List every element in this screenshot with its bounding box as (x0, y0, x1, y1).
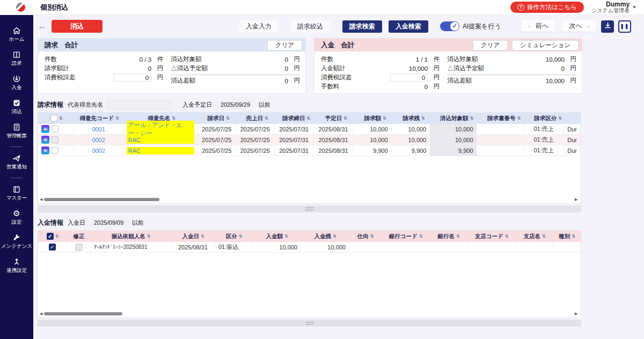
sort-icon[interactable]: ⇅ (55, 234, 59, 239)
sidebar-item-master[interactable]: マスター (0, 181, 33, 205)
col-balance[interactable]: 請求残 (402, 115, 420, 122)
back-arrow-icon[interactable]: ← (38, 21, 52, 32)
download-button[interactable] (601, 20, 614, 33)
help-button[interactable]: ? 操作方法はこちら (510, 2, 584, 13)
scroll-right-icon[interactable]: ▶ (575, 312, 579, 316)
col-target-amount[interactable]: 消込対象額 (440, 115, 469, 122)
deposit-date-value[interactable]: 2025/09/09 (90, 218, 128, 227)
col-type[interactable]: 種別 (559, 233, 570, 240)
target-amount[interactable]: 10,000 (430, 135, 477, 145)
deposit-input-button[interactable]: 入金入力 (239, 20, 278, 32)
row-checkbox[interactable] (52, 136, 58, 143)
sidebar-item-invoice[interactable]: 請求 (0, 47, 33, 71)
ai-suggestion-toggle[interactable]: ✓ (440, 21, 459, 31)
sidebar-item-reconcile[interactable]: 消込 (0, 95, 33, 119)
col-category[interactable]: 請求区分 (534, 115, 557, 122)
invoice-filter-button[interactable]: 請求絞込 (291, 20, 330, 32)
scroll-right-icon[interactable]: ▶ (575, 197, 579, 202)
sort-icon[interactable]: ⇅ (456, 234, 460, 239)
col-branch-code[interactable]: 支店コード (475, 233, 503, 240)
col-destination[interactable]: 仕向 (357, 233, 369, 240)
col-bank-code[interactable]: 銀行コード (389, 233, 418, 240)
prev-button[interactable]: ‹ 前へ (522, 20, 555, 32)
sort-icon[interactable]: ⇅ (284, 234, 288, 239)
col-invoice-no[interactable]: 請求書番号 (487, 115, 516, 122)
reconcile-button[interactable]: 消込 (52, 20, 103, 33)
col-payer-name[interactable]: 振込依頼人名 (112, 233, 145, 240)
invoice-splitter-handle[interactable] (38, 205, 581, 212)
sort-icon[interactable]: ⇅ (147, 234, 151, 239)
sidebar-item-integration[interactable]: 連携設定 (0, 254, 33, 278)
row-checkbox[interactable] (52, 126, 58, 132)
invoice-row[interactable]: AI 0002 RAC 2025/07/25 2025/07/25 2025/0… (38, 135, 581, 145)
deposit-clear-button[interactable]: クリア (473, 40, 508, 50)
col-edit[interactable]: 修正 (74, 233, 85, 240)
sort-icon[interactable]: ⇅ (115, 116, 119, 121)
sort-icon[interactable]: ⇅ (343, 116, 347, 121)
customer-code-link[interactable]: 0002 (92, 148, 105, 154)
customer-name-highlighted[interactable]: RAC (127, 147, 194, 154)
sort-icon[interactable]: ⇅ (333, 234, 336, 239)
sidebar-item-settings[interactable]: ⚙ 設定 (0, 205, 33, 230)
col-branch-name[interactable]: 支店名 (523, 233, 540, 240)
sort-icon[interactable]: ⇅ (505, 234, 509, 239)
target-amount[interactable]: 9,900 (430, 145, 477, 156)
sidebar-item-maintenance[interactable]: メンテナンス (0, 230, 33, 254)
row-checkbox[interactable]: ✓ (49, 244, 56, 250)
deposit-hscrollbar[interactable]: ◀ ▶ (38, 310, 581, 318)
row-checkbox[interactable] (52, 147, 58, 154)
scroll-thumb[interactable] (44, 198, 159, 201)
invoice-row[interactable]: AI 0002 RAC 2025/07/25 2025/07/25 2025/0… (38, 145, 581, 156)
col-category[interactable]: 区分 (226, 233, 237, 240)
edit-button[interactable] (75, 244, 83, 251)
target-amount[interactable]: 10,000 (430, 124, 477, 134)
sidebar-item-sales-notice[interactable]: 営業通知 (0, 150, 33, 174)
sort-icon[interactable]: ⇅ (226, 116, 230, 121)
scroll-thumb[interactable] (44, 312, 122, 315)
select-all-checkbox[interactable]: ✓ (47, 233, 54, 240)
scroll-left-icon[interactable]: ◀ (40, 197, 44, 202)
sort-icon[interactable]: ⇅ (59, 116, 63, 121)
customer-code-link[interactable]: 0002 (92, 137, 105, 143)
customer-code-link[interactable]: 0001 (92, 126, 105, 132)
sort-icon[interactable]: ⇅ (542, 234, 546, 239)
sort-icon[interactable]: ⇅ (383, 116, 386, 121)
col-deposit-date[interactable]: 入金日 (182, 233, 199, 240)
select-all-checkbox[interactable] (50, 115, 57, 122)
next-button[interactable]: 次へ › (562, 20, 596, 32)
deposit-row[interactable]: ✓ ｱｰﾙｱﾝﾄﾞｴｰｼｰ20250831 2025/08/31 01:振込 1… (38, 242, 581, 253)
rep-customer-input[interactable] (107, 100, 171, 109)
sort-icon[interactable]: ⇅ (306, 116, 310, 121)
simulation-button[interactable]: シミュレーション (512, 40, 579, 50)
sort-icon[interactable]: ⇅ (572, 234, 575, 239)
col-customer-code[interactable]: 得意先コード (79, 115, 114, 122)
col-invoice-date[interactable]: 請求日 (207, 115, 224, 122)
customer-name-highlighted[interactable]: RAC (127, 136, 194, 144)
sort-icon[interactable]: ⇅ (201, 234, 204, 239)
col-sales-date[interactable]: 売上日 (246, 115, 263, 122)
sort-icon[interactable]: ⇅ (558, 116, 562, 121)
col-balance[interactable]: 入金残 (314, 233, 331, 240)
col-bank-name[interactable]: 銀行名 (437, 233, 455, 240)
sidebar-item-home[interactable]: ホーム (0, 23, 33, 47)
sort-icon[interactable]: ⇅ (265, 116, 268, 121)
sort-icon[interactable]: ⇅ (470, 116, 473, 121)
sort-icon[interactable]: ⇅ (421, 116, 425, 121)
invoice-clear-button[interactable]: クリア (267, 40, 302, 50)
sidebar-item-reports[interactable]: 管理帳票 (0, 119, 33, 143)
sort-icon[interactable]: ⇅ (239, 234, 243, 239)
col-closing-date[interactable]: 請求締日 (282, 115, 305, 122)
sidebar-item-deposit[interactable]: 入金 (0, 71, 33, 95)
col-due-date[interactable]: 予定日 (325, 115, 342, 122)
user-menu[interactable]: Dummy システム管理者 ▼ (591, 1, 636, 13)
col-amount[interactable]: 入金額 (266, 233, 283, 240)
invoice-row[interactable]: AI 0001 アール・アンド・エー・シー 2025/07/25 2025/07… (38, 124, 581, 135)
invoice-hscrollbar[interactable]: ◀ ▶ (38, 196, 581, 203)
pause-button[interactable]: ❚❚ (618, 20, 631, 33)
sort-icon[interactable]: ⇅ (419, 234, 423, 239)
col-amount[interactable]: 請求額 (364, 115, 381, 122)
invoice-search-button[interactable]: 請求検索 (342, 20, 382, 33)
deposit-splitter-handle[interactable] (38, 320, 581, 327)
due-date-value[interactable]: 2025/09/29 (216, 100, 254, 109)
deposit-search-button[interactable]: 入金検索 (389, 20, 428, 33)
